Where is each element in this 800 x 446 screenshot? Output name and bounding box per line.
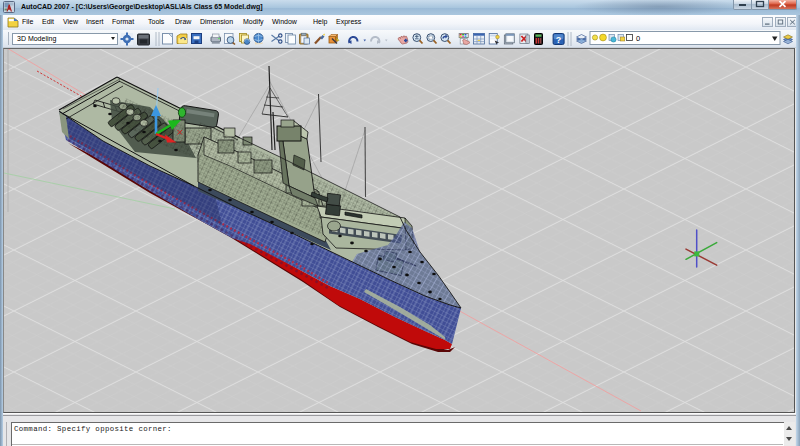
svg-text:0: 0: [636, 34, 640, 43]
svg-text:?: ?: [556, 35, 562, 45]
